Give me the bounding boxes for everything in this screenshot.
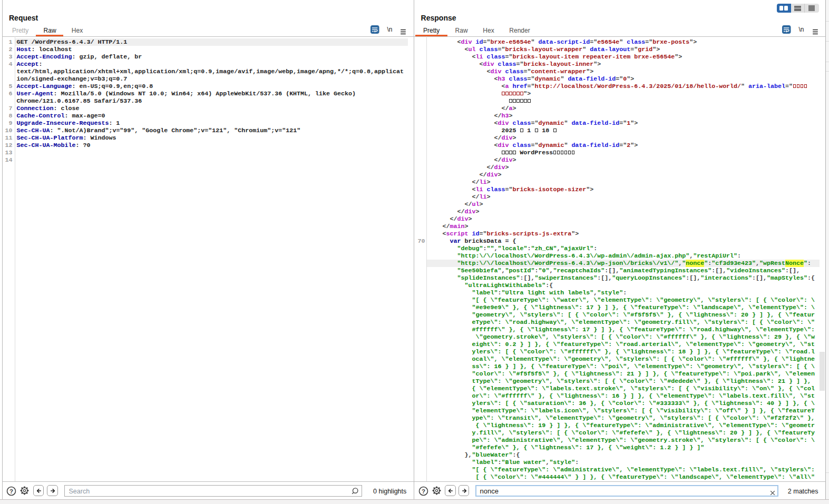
svg-text:?: ? [9, 488, 13, 495]
svg-text:?: ? [422, 488, 425, 495]
